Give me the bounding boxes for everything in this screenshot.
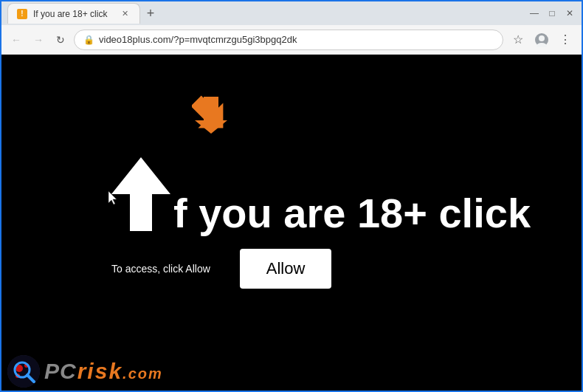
toolbar-actions: ☆ ⋮ — [508, 30, 576, 50]
main-heading: f you are 18+ click — [173, 193, 531, 234]
pcrisk-icon — [7, 355, 40, 388]
new-tab-button[interactable]: + — [140, 3, 161, 24]
subtitle-text: To access, click Allow — [111, 263, 210, 275]
allow-button[interactable]: Allow — [240, 249, 332, 289]
tab-favicon: ! — [17, 9, 27, 19]
pcrisk-text: PCrisk.com — [44, 359, 163, 384]
title-bar: ! If you are 18+ click ✕ + — □ ✕ — [1, 1, 582, 25]
maximize-button[interactable]: □ — [546, 7, 558, 19]
avatar-button[interactable] — [531, 30, 552, 50]
bookmark-button[interactable]: ☆ — [508, 30, 528, 50]
pcrisk-risk: risk — [77, 359, 123, 383]
svg-point-1 — [539, 35, 545, 41]
pcrisk-domain: .com — [123, 365, 163, 382]
window-controls: — □ ✕ — [528, 7, 576, 19]
page-content: f you are 18+ click To access, click All… — [1, 55, 582, 391]
active-tab[interactable]: ! If you are 18+ click ✕ — [7, 3, 140, 24]
address-input[interactable]: 🔒 video18plus.com/?p=mvqtcmrzgu5gi3bpgq2… — [74, 30, 503, 50]
lock-icon: 🔒 — [83, 35, 94, 45]
tab-strip: ! If you are 18+ click ✕ + — [7, 3, 524, 24]
back-button[interactable]: ← — [7, 31, 25, 49]
pcrisk-logo: PCrisk.com — [7, 355, 163, 388]
url-text: video18plus.com/?p=mvqtcmrzgu5gi3bpgq2dk — [99, 34, 297, 45]
main-heading-text: f you are 18+ click — [173, 190, 531, 236]
forward-button[interactable]: → — [30, 31, 47, 49]
pcrisk-pc: P — [44, 359, 60, 383]
browser-window: ! If you are 18+ click ✕ + — □ ✕ ← → ↻ 🔒… — [0, 0, 583, 392]
heading-row: f you are 18+ click — [111, 157, 531, 234]
tab-close-button[interactable]: ✕ — [119, 8, 131, 20]
subtitle-row: To access, click Allow Allow — [111, 249, 331, 289]
refresh-button[interactable]: ↻ — [52, 31, 69, 49]
menu-button[interactable]: ⋮ — [555, 30, 576, 50]
svg-marker-5 — [108, 191, 117, 204]
tab-title: If you are 18+ click — [33, 9, 107, 19]
close-button[interactable]: ✕ — [564, 7, 576, 19]
address-bar: ← → ↻ 🔒 video18plus.com/?p=mvqtcmrzgu5gi… — [1, 25, 582, 55]
minimize-button[interactable]: — — [528, 7, 540, 19]
main-content: f you are 18+ click To access, click All… — [52, 157, 531, 289]
mouse-cursor — [108, 191, 120, 209]
pcrisk-watermark: PCrisk.com — [1, 352, 169, 391]
